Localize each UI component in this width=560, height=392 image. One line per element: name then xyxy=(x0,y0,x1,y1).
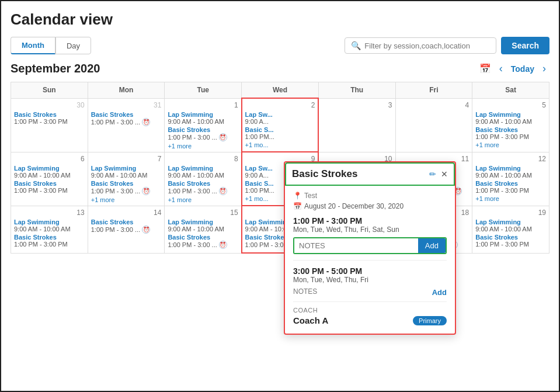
list-item: Basic Strokes 1:00 PM - 3:00 PM xyxy=(475,234,546,248)
event-title[interactable]: Basic Strokes xyxy=(14,180,85,187)
header-wed: Wed xyxy=(242,82,319,99)
list-item: Lap Swimming 9:00 AM - 10:00 AM xyxy=(14,165,85,179)
event-title[interactable]: Lap Sw... xyxy=(245,111,315,118)
day-number: 19 xyxy=(475,209,546,217)
event-title[interactable]: Lap Swimming xyxy=(168,111,238,118)
event-time: 1:00 PM - 3:00 ... ⏰ xyxy=(168,133,238,141)
popup-header: Basic Strokes ✏ ✕ xyxy=(285,162,455,186)
day-number: 7 xyxy=(91,155,162,163)
event-title[interactable]: Basic Strokes xyxy=(91,218,162,226)
list-item: Basic Strokes 1:00 PM - 3:00 ... ⏰ xyxy=(168,234,238,249)
event-title[interactable]: Basic Strokes xyxy=(475,180,546,187)
coach-row: Coach A Primary xyxy=(293,315,447,325)
day-7: 7 Lap Swimming 9:00 AM - 10:00 AM Basic … xyxy=(88,152,165,206)
list-item: Lap Swimming 9:00 AM - 10:00 AM xyxy=(91,165,162,179)
day-number: 1 xyxy=(168,101,238,109)
event-title[interactable]: Basic Strokes xyxy=(475,234,546,241)
tab-month[interactable]: Month xyxy=(11,37,55,54)
search-icon: 🔍 xyxy=(351,41,361,50)
search-input-wrap: 🔍 xyxy=(345,37,496,54)
event-time: 9:00 AM - 10:00 AM xyxy=(168,172,238,179)
tab-day[interactable]: Day xyxy=(55,37,91,54)
event-title[interactable]: Lap Swimming xyxy=(14,165,85,172)
popup-date-range: 📅 August 20 - December 30, 2020 xyxy=(293,202,447,210)
more-link[interactable]: +1 more xyxy=(168,143,238,150)
header-sun: Sun xyxy=(11,82,88,99)
event-title[interactable]: Lap Swimming xyxy=(14,218,85,226)
list-item: Basic Strokes 1:00 PM - 3:00 ... ⏰ xyxy=(168,126,238,141)
more-link[interactable]: +1 mo... xyxy=(245,141,315,148)
edit-icon[interactable]: ✏ xyxy=(429,169,436,179)
event-title[interactable]: Basic S... xyxy=(245,126,315,133)
event-title[interactable]: Basic Strokes xyxy=(168,126,238,133)
day-6: 6 Lap Swimming 9:00 AM - 10:00 AM Basic … xyxy=(11,152,88,206)
header-fri: Fri xyxy=(395,82,472,99)
event-time: 1:00 PM - 3:00 ... ⏰ xyxy=(91,226,162,234)
event-time: 1:00 PM - 3:00 ... ⏰ xyxy=(168,187,238,195)
close-button[interactable]: ✕ xyxy=(441,169,448,179)
list-item: Lap Swimming 9:00 AM - 10:00 AM xyxy=(168,165,238,179)
header-sat: Sat xyxy=(472,82,549,99)
event-title[interactable]: Basic Strokes xyxy=(475,126,546,133)
list-item: Lap Swimming 9:00 AM - 10:00 AM xyxy=(168,218,238,233)
day-number: 14 xyxy=(91,209,162,217)
event-title[interactable]: Basic Strokes xyxy=(168,234,238,241)
event-title[interactable]: Basic Strokes xyxy=(91,111,162,118)
event-title[interactable]: Basic Strokes xyxy=(14,234,85,241)
event-title[interactable]: Lap Swimming xyxy=(475,218,546,226)
list-item: Lap Swimming 9:00 AM - 10:00 AM xyxy=(168,111,238,125)
event-title[interactable]: Basic Strokes xyxy=(14,111,85,118)
next-month-button[interactable]: › xyxy=(539,61,549,76)
day-number: 30 xyxy=(14,101,85,109)
event-title[interactable]: Lap Swimming xyxy=(475,165,546,172)
top-bar: Month Day 🔍 Search xyxy=(11,37,549,54)
list-item: Lap Swimming 9:00 AM - 10:00 AM xyxy=(475,165,546,179)
add-note-button-2[interactable]: Add xyxy=(432,288,447,297)
search-button[interactable]: Search xyxy=(501,37,549,54)
notes-input-1[interactable] xyxy=(294,238,418,253)
search-input[interactable] xyxy=(364,41,490,50)
event-title[interactable]: Basic Strokes xyxy=(168,180,238,187)
more-link[interactable]: +1 more xyxy=(475,195,546,202)
event-title[interactable]: Lap Swimming xyxy=(168,165,238,172)
event-title[interactable]: Lap Swimming xyxy=(475,111,546,118)
clock-icon: ⏰ xyxy=(219,241,227,249)
calendar-week-3: 13 Lap Swimming 9:00 AM - 10:00 AM Basic… xyxy=(11,206,549,253)
day-number: 6 xyxy=(14,155,85,163)
calendar-header: September 2020 📅 ‹ Today › xyxy=(11,61,549,76)
list-item: Basic Strokes 1:00 PM - 3:00 PM xyxy=(14,111,85,125)
event-time: 9:00 AM - 10:00 AM xyxy=(475,172,546,179)
today-button[interactable]: Today xyxy=(511,64,534,74)
event-time: 9:00 AM - 10:00 AM xyxy=(168,118,238,125)
session1-days: Mon, Tue, Wed, Thu, Fri, Sat, Sun xyxy=(293,226,447,234)
more-link[interactable]: +1 more xyxy=(168,196,238,203)
event-time: 1:00 PM - 3:00 ... ⏰ xyxy=(91,118,162,126)
add-note-button-1[interactable]: Add xyxy=(418,238,446,253)
day-number: 8 xyxy=(168,155,238,163)
event-title[interactable]: Lap Swimming xyxy=(168,218,238,226)
list-item: Basic Strokes 1:00 PM - 3:00 ... ⏰ xyxy=(91,111,162,126)
app-container: Calendar view Month Day 🔍 Search Septemb… xyxy=(0,0,560,392)
session2-days: Mon, Tue, Wed, Thu, Fri xyxy=(293,276,447,284)
day-number: 12 xyxy=(475,155,546,163)
day-number: 15 xyxy=(168,209,238,217)
popup-session-2: 3:00 PM - 5:00 PM Mon, Tue, Wed, Thu, Fr… xyxy=(293,266,447,297)
day-number: 4 xyxy=(399,101,469,109)
section-divider xyxy=(293,260,447,261)
event-title[interactable]: Lap Swimming xyxy=(91,165,162,172)
event-title[interactable]: Basic Strokes xyxy=(91,180,162,187)
event-time: 1:00 PM - 3:00 PM xyxy=(475,241,546,248)
more-link[interactable]: +1 more xyxy=(91,196,162,203)
clock-icon: ⏰ xyxy=(142,118,150,126)
page-title: Calendar view xyxy=(11,11,549,29)
list-item: Basic S... 1:00 PM... xyxy=(245,126,315,140)
month-year-label: September 2020 xyxy=(11,62,100,75)
event-time: 1:00 PM - 3:00 PM xyxy=(14,187,85,194)
day-4: 4 xyxy=(395,98,472,152)
day-number: 5 xyxy=(475,101,546,109)
list-item: Basic Strokes 1:00 PM - 3:00 PM xyxy=(475,180,546,194)
popup-title: Basic Strokes xyxy=(292,168,357,180)
more-link[interactable]: +1 more xyxy=(475,141,546,148)
prev-month-button[interactable]: ‹ xyxy=(496,61,506,76)
tab-group: Month Day xyxy=(11,37,91,54)
